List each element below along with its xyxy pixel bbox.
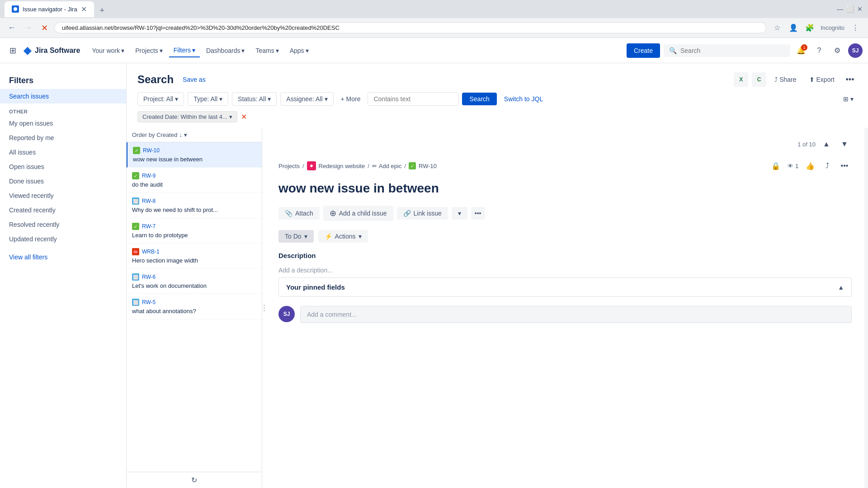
comment-input[interactable]: Add a comment... <box>300 306 852 323</box>
clear-date-filter-btn[interactable]: ✕ <box>241 113 247 121</box>
issue-item-wrb1[interactable]: ⛔ WRB-1 Hero section image width <box>127 244 262 269</box>
view-toggle-btn[interactable]: ⊞ ▾ <box>840 93 857 105</box>
address-text: uifeed.atlassian.net/browse/RW-10?jql=cr… <box>62 24 340 31</box>
more-filters-btn[interactable]: + More <box>337 93 364 105</box>
status-btn[interactable]: To Do ▾ <box>278 230 314 243</box>
more-actions-dropdown-btn[interactable]: ▾ <box>452 207 467 220</box>
resize-handle[interactable] <box>262 128 266 488</box>
breadcrumb-project-name[interactable]: Redesign website <box>319 163 365 169</box>
minimize-btn[interactable]: — <box>836 5 844 13</box>
nav-apps[interactable]: Apps ▾ <box>285 44 313 57</box>
back-btn[interactable]: ← <box>5 22 18 34</box>
chevron-down-icon: ▾ <box>184 131 187 138</box>
sidebar-item-all[interactable]: All issues <box>0 145 126 160</box>
chevron-down-icon: ▾ <box>160 47 163 54</box>
breadcrumb-add-epic[interactable]: ✏ Add epic <box>372 163 402 169</box>
link-issue-btn[interactable]: 🔗 Link issue <box>397 207 448 220</box>
lock-btn[interactable]: 🔒 <box>769 159 783 173</box>
attach-btn[interactable]: 📎 Attach <box>278 207 320 220</box>
extra-actions-btn[interactable]: ••• <box>471 207 485 220</box>
issue-item-header: ✓ RW-7 <box>132 223 256 230</box>
issue-item-rw7[interactable]: ✓ RW-7 Learn to do prototype <box>127 218 262 244</box>
share-btn[interactable]: ⤴ Share <box>770 72 801 87</box>
help-btn[interactable]: ? <box>812 43 826 58</box>
actions-btn[interactable]: ⚡ Actions ▾ <box>318 230 368 243</box>
apps-grid-icon[interactable]: ⊞ <box>5 43 20 58</box>
order-by-btn[interactable]: Order by Created ↓ ▾ <box>132 131 187 138</box>
thumbs-up-btn[interactable]: 👍 <box>803 159 817 173</box>
excel-export-btn[interactable]: X <box>734 72 748 87</box>
detail-more-btn[interactable]: ••• <box>837 159 852 173</box>
navbar-logo: ⊞ ◆ Jira Software <box>5 43 80 58</box>
notif-badge: 1 <box>801 44 807 51</box>
new-tab-btn[interactable]: + <box>96 5 108 17</box>
csv-export-btn[interactable]: C <box>752 72 766 87</box>
chevron-down-icon: ▾ <box>276 47 279 54</box>
sidebar-item-my-open[interactable]: My open issues <box>0 116 126 131</box>
nav-teams[interactable]: Teams ▾ <box>251 44 283 57</box>
close-btn[interactable]: ✕ <box>856 5 863 13</box>
date-filter-tag[interactable]: Created Date: Within the last 4... ▾ <box>137 111 237 122</box>
sidebar-item-resolved[interactable]: Resolved recently <box>0 217 126 232</box>
nav-your-work[interactable]: Your work ▾ <box>87 44 129 57</box>
type-filter[interactable]: Type: All ▾ <box>188 92 228 106</box>
extension-btn[interactable]: 🧩 <box>802 21 817 35</box>
status-filter[interactable]: Status: All ▾ <box>232 92 277 106</box>
sidebar-item-updated[interactable]: Updated recently <box>0 232 126 246</box>
nav-dashboards[interactable]: Dashboards ▾ <box>202 44 250 57</box>
reload-btn[interactable]: ✕ <box>38 22 51 34</box>
user-avatar[interactable]: SJ <box>848 43 863 58</box>
breadcrumb-issue-key[interactable]: RW-10 <box>419 163 437 169</box>
breadcrumb: Projects / Redesign website / ✏ Add epic… <box>278 159 852 173</box>
sidebar-item-open[interactable]: Open issues <box>0 160 126 174</box>
global-search-input[interactable] <box>680 47 785 54</box>
issue-item-rw6[interactable]: ⬜ RW-6 Let's work on documentation <box>127 269 262 294</box>
settings-btn[interactable]: ⚙ <box>830 43 844 58</box>
notifications-btn[interactable]: 🔔 1 <box>794 43 808 58</box>
search-submit-btn[interactable]: Search <box>462 93 496 105</box>
bookmark-btn[interactable]: ☆ <box>770 21 784 35</box>
next-issue-btn[interactable]: ▼ <box>837 137 852 151</box>
profile-icon-btn[interactable]: 👤 <box>786 21 801 35</box>
issue-summary-rw9: do the audit <box>132 181 256 188</box>
nav-filters[interactable]: Filters ▾ <box>169 44 200 57</box>
text-filter-input[interactable] <box>368 92 458 106</box>
issue-item-rw10[interactable]: ✓ RW-10 wow new issue in between <box>127 142 262 168</box>
create-btn[interactable]: Create <box>627 43 660 58</box>
action-buttons: 📎 Attach ⊕ Add a child issue 🔗 Link issu… <box>278 206 852 221</box>
export-btn[interactable]: ⬆ Export <box>805 72 839 87</box>
issue-item-rw8[interactable]: ⬜ RW-8 Why do we need to shift to prot..… <box>127 193 262 218</box>
address-bar[interactable]: uifeed.atlassian.net/browse/RW-10?jql=cr… <box>54 22 766 33</box>
sidebar-item-done[interactable]: Done issues <box>0 174 126 188</box>
sidebar-item-search-issues[interactable]: Search issues <box>0 89 126 103</box>
issue-summary-wrb1: Hero section image width <box>132 257 256 264</box>
browser-tab-active[interactable]: Issue navigator - Jira ✕ <box>5 1 94 17</box>
prev-issue-btn[interactable]: ▲ <box>819 137 834 151</box>
sidebar-item-viewed[interactable]: Viewed recently <box>0 188 126 203</box>
sidebar-item-created[interactable]: Created recently <box>0 203 126 217</box>
issue-item-rw5[interactable]: ⬜ RW-5 what about annotations? <box>127 294 262 319</box>
breadcrumb-projects[interactable]: Projects <box>278 163 300 169</box>
description-placeholder[interactable]: Add a description... <box>278 263 852 277</box>
sidebar-item-view-all[interactable]: View all filters <box>0 250 126 264</box>
issue-item-header: ⬜ RW-6 <box>132 273 256 281</box>
add-child-issue-btn[interactable]: ⊕ Add a child issue <box>323 206 393 221</box>
maximize-btn[interactable]: ⬜ <box>846 5 854 13</box>
assignee-filter[interactable]: Assignee: All ▾ <box>280 92 333 106</box>
pinned-fields-header[interactable]: Your pinned fields ▲ <box>279 278 851 296</box>
menu-btn[interactable]: ⋮ <box>848 21 863 35</box>
watch-btn[interactable]: 👁 1 <box>786 159 800 173</box>
switch-jql-btn[interactable]: Switch to JQL <box>500 93 547 105</box>
tab-close-btn[interactable]: ✕ <box>81 5 87 14</box>
nav-projects[interactable]: Projects ▾ <box>131 44 167 57</box>
detail-scrollbar[interactable] <box>864 128 868 488</box>
refresh-icon[interactable]: ↻ <box>191 476 197 484</box>
global-search-bar[interactable]: 🔍 <box>664 44 790 57</box>
save-as-btn[interactable]: Save as <box>179 74 209 85</box>
sidebar-item-reported[interactable]: Reported by me <box>0 131 126 145</box>
more-options-btn[interactable]: ••• <box>843 72 857 87</box>
issue-item-rw9[interactable]: ✓ RW-9 do the audit <box>127 168 262 193</box>
project-filter[interactable]: Project: All ▾ <box>137 92 184 106</box>
issue-list[interactable]: ✓ RW-10 wow new issue in between ✓ RW-9 <box>127 142 262 472</box>
share-icon-btn[interactable]: ⤴ <box>820 159 835 173</box>
